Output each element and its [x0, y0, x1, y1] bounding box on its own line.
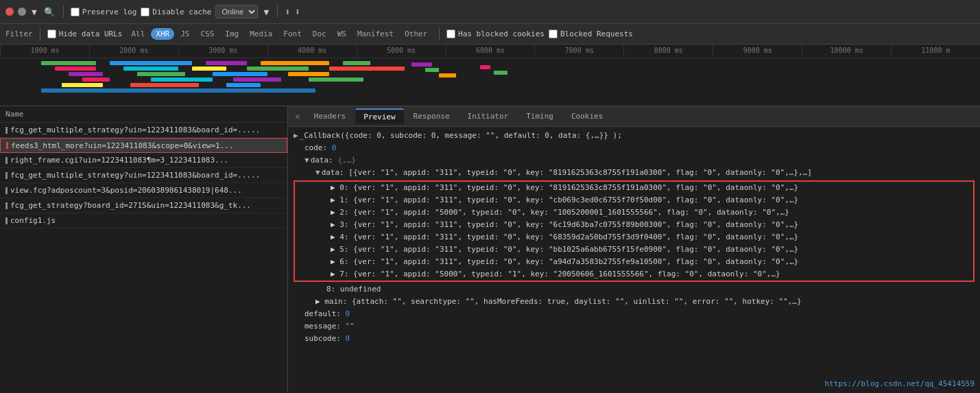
preserve-log-checkbox[interactable] — [71, 8, 80, 16]
tab-cookies[interactable]: Cookies — [563, 109, 611, 123]
record-button[interactable] — [5, 8, 14, 16]
file-item-5[interactable]: view.fcg?adposcount=3&posid=206038986143… — [0, 183, 287, 198]
toolbar: ▼ 🔍 Preserve log Disable cache Online ▼ … — [0, 0, 980, 24]
file-icon-5 — [5, 187, 8, 194]
file-item-3[interactable]: right_frame.cgi?uin=1223411083¶m=3_12234… — [0, 153, 287, 168]
separator-2 — [277, 5, 278, 18]
row-3-text: ▶ 3: {ver: "1", appid: "311", typeid: "0… — [331, 219, 798, 231]
tab-timing[interactable]: Timing — [518, 109, 562, 123]
row-3[interactable]: ▶ 3: {ver: "1", appid: "311", typeid: "0… — [295, 219, 973, 231]
file-item-6[interactable]: fcg_get_strategy?board_id=2715&uin=12234… — [0, 198, 287, 213]
filter-tab-doc[interactable]: Doc — [308, 28, 331, 40]
file-icon-3 — [5, 157, 8, 164]
has-blocked-cookies-checkbox[interactable] — [446, 29, 455, 38]
filter-tab-manifest[interactable]: Manifest — [352, 28, 398, 40]
tick-3000: 3000 ms — [178, 45, 267, 58]
download-icon[interactable]: ⬇ — [295, 6, 300, 17]
tab-headers[interactable]: Headers — [306, 109, 354, 123]
panel-close-button[interactable]: ✕ — [291, 110, 304, 123]
message-value: "" — [346, 320, 355, 333]
hide-data-urls-group[interactable]: Hide data URLs — [47, 29, 123, 38]
filter-icon[interactable]: ▼ — [30, 5, 38, 19]
right-panel: ✕ Headers Preview Response Initiator Tim… — [288, 106, 980, 393]
row-4[interactable]: ▶ 4: {ver: "1", appid: "311", typeid: "0… — [295, 231, 973, 243]
hide-data-urls-label: Hide data URLs — [59, 29, 123, 38]
tick-7000: 7000 ms — [534, 45, 623, 58]
data-value: {,…} — [337, 154, 356, 167]
row-6[interactable]: ▶ 6: {ver: "1", appid: "311", typeid: "0… — [295, 256, 973, 268]
hide-data-urls-checkbox[interactable] — [47, 29, 56, 38]
data-array-arrow[interactable]: ▼ — [315, 167, 320, 179]
main-line: ▶ main: {attach: "", searchtype: "", has… — [294, 296, 975, 308]
row-0[interactable]: ▶ 0: {ver: "1", appid: "311", typeid: "0… — [295, 182, 973, 194]
file-name-5: view.fcg?adposcount=3&posid=206038986143… — [10, 186, 242, 195]
tab-initiator[interactable]: Initiator — [459, 109, 517, 123]
filter-tab-css[interactable]: CSS — [195, 28, 219, 40]
row-5[interactable]: ▶ 5: {ver: "1", appid: "311", typeid: "0… — [295, 243, 973, 256]
filter-tab-other[interactable]: Other — [400, 28, 432, 40]
main-content: Name fcg_get_multiple_strategy?uin=12234… — [0, 106, 980, 393]
filter-tab-all[interactable]: All — [126, 28, 150, 40]
subcode-label: subcode: — [304, 333, 346, 345]
default-label: default: — [304, 308, 346, 320]
data-expand-arrow[interactable]: ▼ — [304, 154, 309, 167]
row-1-text: ▶ 1: {ver: "1", appid: "311", typeid: "0… — [331, 194, 798, 206]
row-8-text: 8: undefined — [326, 283, 381, 296]
panel-content: ▶ _Callback({code: 0, subcode: 0, messag… — [288, 127, 980, 393]
status-bar-4 — [5, 172, 8, 179]
file-name-2: feeds3_html_more?uin=1223411083&scope=0&… — [11, 141, 234, 150]
code-line: code: 0 — [294, 142, 975, 154]
row-8-line: 8: undefined — [294, 283, 975, 296]
file-item-4[interactable]: fcg_get_multiple_strategy?uin=1223411083… — [0, 168, 287, 183]
file-item-2[interactable]: feeds3_html_more?uin=1223411083&scope=0&… — [0, 138, 287, 153]
disable-cache-group[interactable]: Disable cache — [141, 8, 211, 16]
tick-9000: 9000 ms — [713, 45, 802, 58]
data-array-text: data: [{ver: "1", appid: "311", typeid: … — [322, 167, 812, 179]
blocked-requests-group[interactable]: Blocked Requests — [549, 29, 633, 38]
data-line: ▼ data: {,…} — [294, 154, 975, 167]
row-7-text: ▶ 7: {ver: "1", appid: "5000", typeid: "… — [331, 268, 780, 281]
timeline-bars — [0, 58, 980, 106]
status-bar-2 — [6, 142, 8, 149]
tab-response[interactable]: Response — [405, 109, 458, 123]
filter-tab-ws[interactable]: WS — [333, 28, 351, 40]
url-bar: https://blog.csdn.net/qq_45414559 — [824, 378, 975, 390]
filter-bar: Filter Hide data URLs All XHR JS CSS Img… — [0, 24, 980, 45]
row-2[interactable]: ▶ 2: {ver: "1", appid: "5000", typeid: "… — [295, 206, 973, 219]
timeline-area: 1000 ms 2000 ms 3000 ms 4000 ms 5000 ms … — [0, 45, 980, 106]
tab-preview[interactable]: Preview — [355, 108, 403, 124]
file-item-7[interactable]: config1.js — [0, 213, 287, 228]
data-array-line: ▼ data: [{ver: "1", appid: "311", typeid… — [294, 167, 975, 179]
file-name-1: fcg_get_multiple_strategy?uin=1223411083… — [10, 126, 260, 134]
preserve-log-group[interactable]: Preserve log — [71, 8, 136, 16]
tick-4000: 4000 ms — [267, 45, 357, 58]
callback-text: _Callback({code: 0, subcode: 0, message:… — [300, 130, 622, 142]
search-icon[interactable]: 🔍 — [43, 5, 56, 19]
subcode-value: 0 — [346, 333, 350, 345]
blocked-requests-checkbox[interactable] — [549, 29, 558, 38]
upload-icon[interactable]: ⬆ — [285, 6, 290, 17]
has-blocked-cookies-group[interactable]: Has blocked cookies — [446, 29, 545, 38]
row-1[interactable]: ▶ 1: {ver: "1", appid: "311", typeid: "0… — [295, 194, 973, 206]
file-list-header-label: Name — [5, 110, 24, 119]
disable-cache-label: Disable cache — [152, 8, 211, 16]
tick-8000: 8000 ms — [623, 45, 713, 58]
filter-tab-font[interactable]: Font — [278, 28, 307, 40]
network-throttle-select[interactable]: Online — [215, 5, 258, 19]
row-4-text: ▶ 4: {ver: "1", appid: "311", typeid: "0… — [331, 231, 798, 243]
file-item-1[interactable]: fcg_get_multiple_strategy?uin=1223411083… — [0, 123, 287, 138]
filter-tab-js[interactable]: JS — [176, 28, 194, 40]
file-name-3: right_frame.cgi?uin=1223411083¶m=3_12234… — [10, 156, 228, 165]
clear-button[interactable] — [18, 8, 26, 16]
file-icon-1 — [5, 127, 8, 134]
chevron-down-icon[interactable]: ▼ — [262, 5, 270, 19]
row-7[interactable]: ▶ 7: {ver: "1", appid: "5000", typeid: "… — [295, 268, 973, 281]
callback-arrow[interactable]: ▶ — [294, 130, 298, 142]
filter-tab-img[interactable]: Img — [220, 28, 243, 40]
filter-tab-media[interactable]: Media — [245, 28, 277, 40]
file-name-6: fcg_get_strategy?board_id=2715&uin=12234… — [10, 201, 251, 210]
filter-tab-xhr[interactable]: XHR — [151, 28, 174, 40]
message-line: message: "" — [294, 320, 975, 333]
main-text: ▶ main: {attach: "", searchtype: "", has… — [315, 296, 802, 308]
disable-cache-checkbox[interactable] — [141, 8, 150, 16]
